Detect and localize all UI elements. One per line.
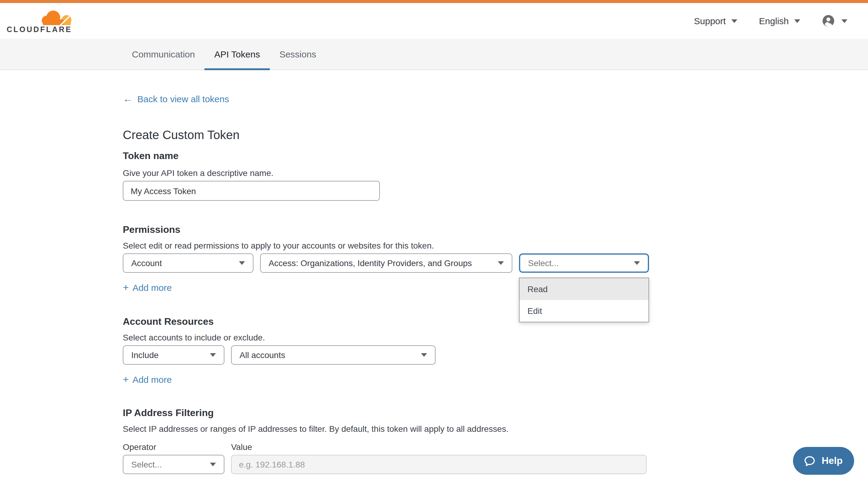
support-menu[interactable]: Support — [694, 16, 737, 26]
account-resources-scope-value: All accounts — [240, 350, 285, 360]
chevron-down-icon — [794, 19, 800, 23]
page-title: Create Custom Token — [123, 127, 868, 143]
token-name-heading: Token name — [123, 149, 868, 163]
permissions-add-more-label: Add more — [132, 282, 172, 294]
chevron-down-icon — [210, 353, 216, 357]
cloudflare-logo[interactable]: CLOUDFLARE — [7, 9, 72, 33]
account-resources-add-more-link[interactable]: + Add more — [123, 374, 172, 386]
account-resources-heading: Account Resources — [123, 315, 868, 328]
support-menu-label: Support — [694, 16, 726, 26]
ip-filtering-row: Select... — [123, 455, 868, 474]
menu-item-edit[interactable]: Edit — [520, 300, 648, 322]
permission-resource-value: Access: Organizations, Identity Provider… — [269, 258, 472, 268]
chevron-down-icon — [498, 261, 504, 265]
user-avatar-icon — [822, 14, 835, 27]
ip-operator-placeholder: Select... — [131, 460, 162, 469]
account-resources-mode-value: Include — [131, 350, 158, 360]
left-arrow-icon: ← — [123, 93, 133, 105]
ip-filtering-labels: Operator Value — [123, 441, 868, 453]
main-content: ← Back to view all tokens Create Custom … — [0, 70, 868, 474]
plus-icon: + — [123, 282, 129, 294]
ip-operator-select[interactable]: Select... — [123, 455, 224, 474]
chevron-down-icon — [731, 19, 737, 23]
language-menu-label: English — [759, 16, 789, 26]
account-resources-row: Include All accounts — [123, 345, 868, 365]
account-resources-scope-select[interactable]: All accounts — [231, 345, 435, 365]
account-resources-add-more-label: Add more — [132, 374, 172, 386]
cloudflare-create-token-page: CLOUDFLARE Support English Communicat — [0, 0, 868, 482]
permission-scope-value: Account — [131, 258, 162, 268]
token-name-input[interactable] — [123, 181, 380, 201]
chevron-down-icon — [421, 353, 427, 357]
tab-communication[interactable]: Communication — [122, 39, 205, 69]
back-link[interactable]: ← Back to view all tokens — [123, 93, 229, 105]
chat-bubble-icon — [804, 454, 816, 467]
permission-resource-select[interactable]: Access: Organizations, Identity Provider… — [260, 253, 512, 273]
ip-value-input[interactable] — [231, 455, 647, 474]
permission-level-wrap: Select... Read Edit — [519, 253, 649, 273]
account-resources-mode-select[interactable]: Include — [123, 345, 224, 365]
account-resources-description: Select accounts to include or exclude. — [123, 331, 868, 344]
app-header: CLOUDFLARE Support English — [0, 3, 868, 39]
help-button-label: Help — [822, 455, 843, 466]
tab-sessions[interactable]: Sessions — [270, 39, 326, 69]
back-link-label: Back to view all tokens — [137, 93, 229, 105]
permission-level-select[interactable]: Select... — [519, 253, 649, 273]
viewport: CLOUDFLARE Support English Communicat — [0, 0, 868, 482]
chevron-down-icon — [841, 19, 847, 23]
plus-icon: + — [123, 374, 129, 386]
permissions-add-more-link[interactable]: + Add more — [123, 282, 172, 294]
token-name-description: Give your API token a descriptive name. — [123, 167, 868, 179]
cloudflare-cloud-icon — [40, 9, 72, 25]
chevron-down-icon — [210, 463, 216, 466]
permissions-description: Select edit or read permissions to apply… — [123, 239, 868, 252]
help-button[interactable]: Help — [793, 447, 854, 475]
chevron-down-icon — [634, 261, 640, 265]
permission-scope-select[interactable]: Account — [123, 253, 253, 273]
chevron-down-icon — [239, 261, 245, 265]
permission-level-dropdown-menu: Read Edit — [519, 278, 649, 322]
cloudflare-wordmark: CLOUDFLARE — [7, 26, 72, 33]
header-actions: Support English — [694, 14, 848, 27]
brand-accent-bar — [0, 0, 868, 3]
account-menu[interactable] — [822, 14, 847, 27]
operator-label: Operator — [123, 441, 224, 453]
menu-item-read[interactable]: Read — [520, 278, 648, 300]
profile-tabbar: Communication API Tokens Sessions — [0, 39, 868, 70]
ip-filtering-heading: IP Address Filtering — [123, 407, 868, 420]
value-label: Value — [231, 441, 252, 453]
tab-api-tokens[interactable]: API Tokens — [205, 39, 270, 69]
ip-filtering-description: Select IP addresses or ranges of IP addr… — [123, 423, 868, 435]
permissions-heading: Permissions — [123, 223, 868, 236]
permission-level-placeholder: Select... — [528, 258, 559, 268]
language-menu[interactable]: English — [759, 16, 800, 26]
permissions-row: Account Access: Organizations, Identity … — [123, 253, 868, 273]
